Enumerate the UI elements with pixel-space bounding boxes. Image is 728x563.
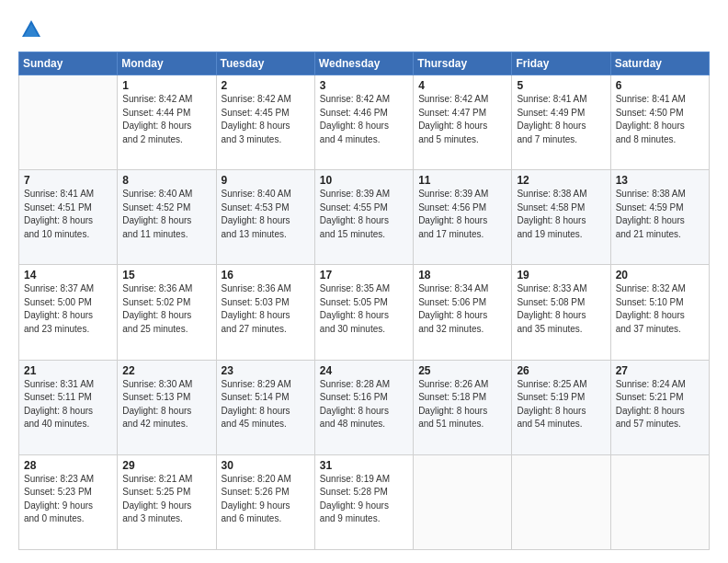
day-number: 27 (616, 364, 704, 377)
day-number: 16 (222, 269, 310, 282)
calendar-cell: 1Sunrise: 8:42 AM Sunset: 4:44 PM Daylig… (118, 75, 216, 170)
calendar-cell: 9Sunrise: 8:40 AM Sunset: 4:53 PM Daylig… (216, 170, 314, 265)
day-info: Sunrise: 8:39 AM Sunset: 4:55 PM Dayligh… (320, 188, 408, 241)
calendar-cell: 26Sunrise: 8:25 AM Sunset: 5:19 PM Dayli… (512, 360, 610, 454)
calendar-week-row: 7Sunrise: 8:41 AM Sunset: 4:51 PM Daylig… (19, 170, 710, 265)
day-info: Sunrise: 8:33 AM Sunset: 5:08 PM Dayligh… (517, 282, 605, 336)
day-info: Sunrise: 8:28 AM Sunset: 5:16 PM Dayligh… (320, 378, 408, 431)
day-info: Sunrise: 8:32 AM Sunset: 5:10 PM Dayligh… (616, 282, 704, 336)
day-info: Sunrise: 8:41 AM Sunset: 4:50 PM Dayligh… (616, 93, 704, 146)
calendar-cell (512, 454, 610, 549)
day-number: 5 (517, 79, 605, 92)
logo (18, 17, 48, 42)
calendar-cell: 20Sunrise: 8:32 AM Sunset: 5:10 PM Dayli… (610, 265, 709, 360)
day-number: 25 (418, 364, 506, 377)
calendar-cell: 22Sunrise: 8:30 AM Sunset: 5:13 PM Dayli… (118, 360, 216, 454)
calendar-cell: 12Sunrise: 8:38 AM Sunset: 4:58 PM Dayli… (512, 170, 610, 265)
calendar-week-row: 21Sunrise: 8:31 AM Sunset: 5:11 PM Dayli… (19, 360, 710, 454)
calendar-cell: 13Sunrise: 8:38 AM Sunset: 4:59 PM Dayli… (610, 170, 709, 265)
calendar-cell: 30Sunrise: 8:20 AM Sunset: 5:26 PM Dayli… (216, 454, 314, 549)
day-info: Sunrise: 8:40 AM Sunset: 4:52 PM Dayligh… (122, 188, 210, 241)
day-info: Sunrise: 8:42 AM Sunset: 4:47 PM Dayligh… (418, 93, 506, 146)
day-info: Sunrise: 8:26 AM Sunset: 5:18 PM Dayligh… (418, 378, 506, 431)
day-info: Sunrise: 8:19 AM Sunset: 5:28 PM Dayligh… (320, 473, 408, 526)
calendar-cell: 3Sunrise: 8:42 AM Sunset: 4:46 PM Daylig… (314, 75, 413, 170)
day-number: 8 (122, 174, 210, 187)
day-number: 26 (517, 364, 605, 377)
day-info: Sunrise: 8:38 AM Sunset: 4:59 PM Dayligh… (616, 188, 704, 241)
calendar-header-row: SundayMondayTuesdayWednesdayThursdayFrid… (19, 52, 710, 75)
day-info: Sunrise: 8:23 AM Sunset: 5:23 PM Dayligh… (24, 473, 112, 526)
day-of-week-header: Thursday (414, 52, 512, 75)
day-number: 12 (517, 174, 605, 187)
day-info: Sunrise: 8:41 AM Sunset: 4:49 PM Dayligh… (517, 93, 605, 146)
day-number: 31 (320, 459, 408, 472)
calendar-cell: 4Sunrise: 8:42 AM Sunset: 4:47 PM Daylig… (414, 75, 512, 170)
day-info: Sunrise: 8:39 AM Sunset: 4:56 PM Dayligh… (418, 188, 506, 241)
day-number: 3 (320, 79, 408, 92)
calendar-cell: 24Sunrise: 8:28 AM Sunset: 5:16 PM Dayli… (314, 360, 413, 454)
calendar-week-row: 28Sunrise: 8:23 AM Sunset: 5:23 PM Dayli… (19, 454, 710, 549)
day-of-week-header: Saturday (610, 52, 709, 75)
calendar-cell: 15Sunrise: 8:36 AM Sunset: 5:02 PM Dayli… (118, 265, 216, 360)
day-of-week-header: Wednesday (314, 52, 413, 75)
calendar-cell: 14Sunrise: 8:37 AM Sunset: 5:00 PM Dayli… (19, 265, 118, 360)
day-of-week-header: Friday (512, 52, 610, 75)
calendar-cell: 18Sunrise: 8:34 AM Sunset: 5:06 PM Dayli… (414, 265, 512, 360)
day-number: 6 (616, 79, 704, 92)
day-number: 4 (418, 79, 506, 92)
day-info: Sunrise: 8:40 AM Sunset: 4:53 PM Dayligh… (222, 188, 310, 241)
day-info: Sunrise: 8:34 AM Sunset: 5:06 PM Dayligh… (418, 282, 506, 336)
header (18, 17, 710, 42)
day-info: Sunrise: 8:31 AM Sunset: 5:11 PM Dayligh… (24, 378, 112, 431)
day-number: 11 (418, 174, 506, 187)
day-info: Sunrise: 8:25 AM Sunset: 5:19 PM Dayligh… (517, 378, 605, 431)
calendar-cell (610, 454, 709, 549)
day-info: Sunrise: 8:41 AM Sunset: 4:51 PM Dayligh… (24, 188, 112, 241)
day-info: Sunrise: 8:38 AM Sunset: 4:58 PM Dayligh… (517, 188, 605, 241)
day-number: 9 (222, 174, 310, 187)
calendar-week-row: 14Sunrise: 8:37 AM Sunset: 5:00 PM Dayli… (19, 265, 710, 360)
calendar-cell (414, 454, 512, 549)
day-of-week-header: Monday (118, 52, 216, 75)
day-info: Sunrise: 8:42 AM Sunset: 4:44 PM Dayligh… (122, 93, 210, 146)
day-number: 23 (222, 364, 310, 377)
day-info: Sunrise: 8:35 AM Sunset: 5:05 PM Dayligh… (320, 282, 408, 336)
day-number: 24 (320, 364, 408, 377)
calendar-cell: 28Sunrise: 8:23 AM Sunset: 5:23 PM Dayli… (19, 454, 118, 549)
day-info: Sunrise: 8:36 AM Sunset: 5:02 PM Dayligh… (122, 282, 210, 336)
calendar-week-row: 1Sunrise: 8:42 AM Sunset: 4:44 PM Daylig… (19, 75, 710, 170)
calendar-cell: 29Sunrise: 8:21 AM Sunset: 5:25 PM Dayli… (118, 454, 216, 549)
day-number: 2 (222, 79, 310, 92)
day-number: 18 (418, 269, 506, 282)
day-number: 15 (122, 269, 210, 282)
calendar-cell: 5Sunrise: 8:41 AM Sunset: 4:49 PM Daylig… (512, 75, 610, 170)
day-info: Sunrise: 8:30 AM Sunset: 5:13 PM Dayligh… (122, 378, 210, 431)
calendar-cell: 16Sunrise: 8:36 AM Sunset: 5:03 PM Dayli… (216, 265, 314, 360)
logo-icon (18, 17, 44, 42)
day-of-week-header: Tuesday (216, 52, 314, 75)
calendar-cell (19, 75, 118, 170)
calendar-cell: 8Sunrise: 8:40 AM Sunset: 4:52 PM Daylig… (118, 170, 216, 265)
day-info: Sunrise: 8:20 AM Sunset: 5:26 PM Dayligh… (222, 473, 310, 526)
day-number: 10 (320, 174, 408, 187)
day-info: Sunrise: 8:37 AM Sunset: 5:00 PM Dayligh… (24, 282, 112, 336)
calendar-cell: 25Sunrise: 8:26 AM Sunset: 5:18 PM Dayli… (414, 360, 512, 454)
day-number: 30 (222, 459, 310, 472)
calendar-table: SundayMondayTuesdayWednesdayThursdayFrid… (18, 52, 710, 550)
calendar-cell: 11Sunrise: 8:39 AM Sunset: 4:56 PM Dayli… (414, 170, 512, 265)
calendar-cell: 21Sunrise: 8:31 AM Sunset: 5:11 PM Dayli… (19, 360, 118, 454)
calendar-cell: 19Sunrise: 8:33 AM Sunset: 5:08 PM Dayli… (512, 265, 610, 360)
calendar-cell: 23Sunrise: 8:29 AM Sunset: 5:14 PM Dayli… (216, 360, 314, 454)
day-number: 21 (24, 364, 112, 377)
day-info: Sunrise: 8:42 AM Sunset: 4:46 PM Dayligh… (320, 93, 408, 146)
day-info: Sunrise: 8:24 AM Sunset: 5:21 PM Dayligh… (616, 378, 704, 431)
day-info: Sunrise: 8:29 AM Sunset: 5:14 PM Dayligh… (222, 378, 310, 431)
calendar-cell: 31Sunrise: 8:19 AM Sunset: 5:28 PM Dayli… (314, 454, 413, 549)
day-info: Sunrise: 8:36 AM Sunset: 5:03 PM Dayligh… (222, 282, 310, 336)
day-number: 28 (24, 459, 112, 472)
day-number: 7 (24, 174, 112, 187)
day-info: Sunrise: 8:21 AM Sunset: 5:25 PM Dayligh… (122, 473, 210, 526)
day-number: 13 (616, 174, 704, 187)
calendar-cell: 17Sunrise: 8:35 AM Sunset: 5:05 PM Dayli… (314, 265, 413, 360)
